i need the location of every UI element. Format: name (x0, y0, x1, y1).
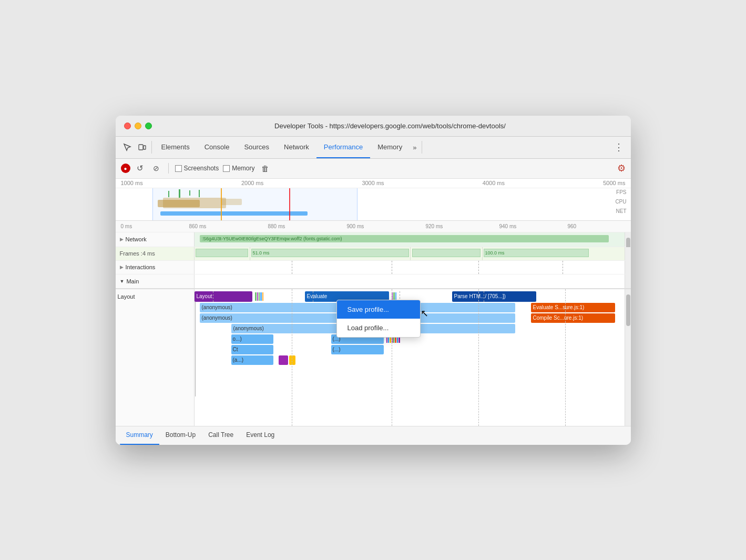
device-toolbar-icon[interactable] (135, 140, 149, 155)
maximize-button[interactable] (145, 123, 152, 129)
traffic-lights (124, 123, 152, 129)
tab-memory[interactable]: Memory (370, 136, 410, 158)
bottom-tab-summary[interactable]: Summary (120, 426, 159, 445)
parse-block[interactable]: Parse HTM.../ [705...]) (452, 291, 536, 302)
label-column (116, 289, 195, 426)
frame-block-2: 51.0 ms (251, 249, 409, 257)
tab-divider (151, 141, 152, 154)
network-track-label: ▶ Network (116, 232, 195, 247)
bottom-tab-event-log[interactable]: Event Log (240, 426, 281, 445)
mini-bars (255, 292, 297, 301)
stop-button[interactable]: ⊘ (150, 162, 162, 174)
frames-track: Frames :4 ms 51.0 ms 100.0 ms (116, 247, 631, 261)
frame-block-3 (412, 249, 481, 257)
a-block[interactable]: (a...) (231, 355, 273, 365)
detail-section: 0 ms 860 ms 880 ms 900 ms 920 ms 940 ms … (116, 221, 631, 426)
svg-rect-1 (144, 146, 146, 149)
cpu-label: CPU (615, 199, 626, 205)
context-menu: Save profile... Load profile... (336, 300, 421, 338)
clear-button[interactable]: 🗑 (261, 164, 269, 173)
memory-checkbox-label[interactable]: Memory (223, 165, 254, 172)
memory-checkbox[interactable] (223, 165, 230, 172)
timeline-overview[interactable]: 1000 ms 2000 ms 3000 ms 4000 ms 5000 ms … (116, 179, 631, 221)
net-label: NET (616, 208, 627, 214)
right-scrollbar[interactable] (625, 289, 631, 426)
tick-3 (482, 247, 483, 260)
ct-block[interactable]: Ct (231, 345, 273, 354)
screenshots-checkbox-label[interactable]: Screenshots (175, 165, 219, 172)
paren-block-2[interactable]: (...) (331, 345, 384, 354)
layout-label: Layout (118, 291, 195, 302)
layout-block[interactable]: Layout (195, 291, 252, 302)
interactions-track: ▶ Interactions (116, 261, 631, 274)
dashed-tick-2 (392, 261, 392, 274)
compile-block[interactable]: Compile Sc...ure.js:1) (531, 313, 615, 323)
detail-ruler: 0 ms 860 ms 880 ms 900 ms 920 ms 940 ms … (116, 221, 631, 232)
tab-network[interactable]: Network (277, 136, 316, 158)
load-profile-menu-item[interactable]: Load profile... (337, 319, 420, 337)
timeline-canvas[interactable]: FPS CPU NET (116, 188, 631, 221)
main-track: ▼ Main (116, 274, 631, 289)
svg-rect-0 (139, 145, 143, 150)
toolbar-divider (168, 163, 169, 174)
scrollbar-spacer (625, 247, 631, 260)
tab-elements[interactable]: Elements (154, 136, 197, 158)
devtools-menu-button[interactable]: ⋮ (611, 141, 627, 153)
a-row: (a...) (195, 355, 625, 365)
frame-block-4: 100.0 ms (484, 249, 589, 257)
tick-2 (410, 247, 411, 260)
tab-performance[interactable]: Performance (316, 136, 370, 158)
scrollbar-spacer-3 (625, 274, 631, 288)
tab-sources[interactable]: Sources (237, 136, 277, 158)
tab-divider-2 (422, 141, 422, 154)
selection-range[interactable] (152, 188, 357, 221)
save-profile-menu-item[interactable]: Save profile... (337, 300, 420, 319)
timeline-ruler: 1000 ms 2000 ms 3000 ms 4000 ms 5000 ms (116, 179, 631, 188)
frame-block (196, 249, 248, 257)
main-track-header[interactable] (195, 274, 625, 288)
screenshots-checkbox[interactable] (175, 165, 182, 172)
bottom-tab-bottom-up[interactable]: Bottom-Up (159, 426, 202, 445)
ct-row: Ct (...) (195, 345, 625, 354)
frames-track-label: Frames :4 ms (116, 247, 195, 260)
tick-1 (250, 247, 250, 260)
record-button[interactable]: ● (121, 164, 130, 173)
bottom-tab-call-tree[interactable]: Call Tree (202, 426, 240, 445)
flame-chart[interactable]: Layout Layout Evaluate (116, 289, 631, 426)
settings-gear-icon[interactable]: ⚙ (617, 162, 626, 174)
purple-mini (279, 355, 288, 365)
frames-track-content[interactable]: 51.0 ms 100.0 ms (195, 247, 625, 260)
dashed-tick-4 (563, 261, 563, 274)
yellow-mini (289, 355, 295, 365)
cursor: ↖ (421, 308, 428, 319)
scrollbar-thumb-right[interactable] (626, 294, 630, 326)
interactions-track-label: ▶ Interactions (116, 261, 195, 274)
o-block[interactable]: o...) (231, 334, 273, 344)
inspect-icon[interactable] (120, 140, 135, 155)
evaluate-s-block[interactable]: Evaluate S...sure.js:1) (531, 303, 615, 312)
main-track-label: ▼ Main (116, 274, 195, 288)
devtools-window: Developer Tools - https://developers.goo… (116, 116, 631, 445)
more-tabs-button[interactable]: » (410, 144, 420, 151)
network-bar: :S6g4U3t-Y5UEw0IE80IlgEseQY3FEmqw.woff2 … (200, 235, 609, 242)
scrollbar-track[interactable] (625, 232, 631, 247)
reload-record-button[interactable]: ↺ (135, 162, 146, 174)
dashed-tick-3 (478, 261, 479, 274)
perf-toolbar: ● ↺ ⊘ Screenshots Memory 🗑 ⚙ (116, 159, 631, 179)
network-track-content[interactable]: :S6g4U3t-Y5UEw0IE80IlgEseQY3FEmqw.woff2 … (195, 232, 625, 247)
minimize-button[interactable] (135, 123, 141, 129)
dashed-tick (292, 261, 292, 274)
interactions-track-content[interactable] (195, 261, 625, 274)
close-button[interactable] (124, 123, 131, 129)
bottom-tab-bar: Summary Bottom-Up Call Tree Event Log (116, 426, 631, 445)
title-bar: Developer Tools - https://developers.goo… (116, 116, 631, 137)
tab-console[interactable]: Console (197, 136, 237, 158)
network-track: ▶ Network :S6g4U3t-Y5UEw0IE80IlgEseQY3FE… (116, 232, 631, 247)
fps-label: FPS (616, 189, 626, 195)
window-title: Developer Tools - https://developers.goo… (158, 122, 622, 130)
scrollbar-spacer-2 (625, 261, 631, 274)
devtools-tab-bar: Elements Console Sources Network Perform… (116, 137, 631, 159)
